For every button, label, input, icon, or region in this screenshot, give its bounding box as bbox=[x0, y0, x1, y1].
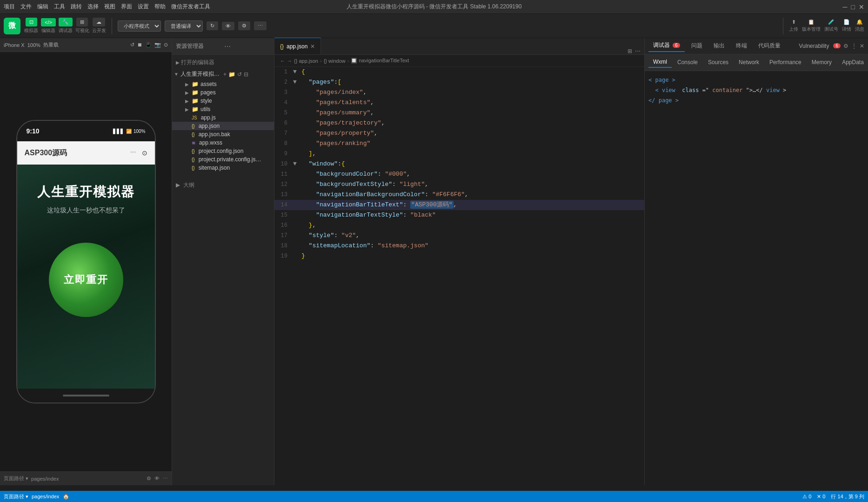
reload-icon[interactable]: ↺ bbox=[130, 42, 134, 48]
tree-item-assets[interactable]: ▶ 📁 assets bbox=[172, 80, 274, 88]
phone-nav-dots[interactable]: ••• ⊙ bbox=[130, 149, 147, 157]
editor-button[interactable]: </> bbox=[41, 18, 56, 26]
inner-tab-sources[interactable]: Sources bbox=[703, 57, 733, 67]
middle-panel: 资源管理器 ⋯ ▶ 打开的编辑器 ▼ 人生重开模拟… + 📁 ↺ ⊟ bbox=[172, 38, 645, 485]
screenshot-icon[interactable]: ⊙ bbox=[164, 42, 168, 48]
tree-item-appjs[interactable]: JS app.js bbox=[172, 113, 274, 122]
devtools-tab-debugger[interactable]: 调试器 6 bbox=[648, 40, 685, 52]
maximize-btn[interactable]: □ bbox=[851, 3, 855, 11]
devtools-tab-quality[interactable]: 代码质量 bbox=[754, 40, 785, 52]
detail-button[interactable]: 📄 详情 bbox=[842, 19, 851, 33]
add-folder-icon[interactable]: 📁 bbox=[228, 71, 235, 78]
more-icon[interactable]: ⊙ bbox=[142, 149, 147, 157]
code-line-13: 13 "navigationBarBackgroundColor": "#F6F… bbox=[274, 190, 644, 200]
close-devtools-icon[interactable]: ✕ bbox=[860, 43, 864, 49]
mode-select[interactable]: 小程序模式 bbox=[118, 20, 161, 32]
more-button[interactable]: ⋯ bbox=[254, 21, 267, 30]
eye-sim-icon[interactable]: 👁 bbox=[154, 476, 160, 481]
devtools-tab-issues[interactable]: 问题 bbox=[687, 40, 707, 52]
page-path-value: pages/index bbox=[31, 476, 59, 482]
devtools-button[interactable]: 🔧 bbox=[59, 18, 73, 26]
notification-button[interactable]: 🔔 消息 bbox=[855, 19, 864, 33]
menu-edit[interactable]: 编辑 bbox=[37, 3, 48, 11]
appjson-icon: {} bbox=[192, 124, 195, 129]
fold-arrow-10[interactable]: ▼ bbox=[293, 159, 300, 169]
phone-icon[interactable]: 📱 bbox=[145, 42, 152, 48]
versionmgr-button[interactable]: 📋 版本管理 bbox=[802, 19, 821, 33]
inner-tab-performance[interactable]: Performance bbox=[765, 57, 806, 67]
menu-select[interactable]: 选择 bbox=[87, 3, 99, 11]
more-sim-icon[interactable]: ⋯ bbox=[163, 476, 168, 481]
signal-icon: ▋▋▋ bbox=[113, 129, 124, 134]
fold-arrow-1[interactable]: ▼ bbox=[293, 67, 300, 77]
overview-button[interactable]: ⊞ bbox=[76, 18, 88, 26]
editor-more-icon[interactable]: ⋯ bbox=[635, 48, 641, 54]
settings-devtools-icon[interactable]: ⚙ bbox=[843, 43, 848, 49]
tree-item-utils[interactable]: ▶ 📁 utils bbox=[172, 105, 274, 113]
devtools-tab-output[interactable]: 输出 bbox=[709, 40, 729, 52]
menu-tools[interactable]: 工具 bbox=[54, 3, 65, 11]
tree-item-appjson[interactable]: {} app.json bbox=[172, 122, 274, 130]
inner-tab-memory[interactable]: Memory bbox=[807, 57, 836, 67]
outline-section[interactable]: ▶ 大纲 bbox=[172, 179, 274, 191]
menu-interface[interactable]: 界面 bbox=[121, 3, 132, 11]
inner-tab-wxml[interactable]: Wxml bbox=[648, 57, 672, 68]
compile-select[interactable]: 普通编译 bbox=[165, 20, 203, 32]
open-editors-section[interactable]: ▶ 打开的编辑器 bbox=[172, 57, 274, 68]
editor-tab-appjson[interactable]: {} app.json ✕ bbox=[274, 38, 321, 54]
settings-sim-icon[interactable]: ⚙ bbox=[147, 476, 151, 481]
inner-tab-console[interactable]: Console bbox=[673, 57, 702, 67]
tree-item-projectprivate[interactable]: {} project.private.config.js… bbox=[172, 155, 274, 164]
collapse-tree-icon[interactable]: ⊟ bbox=[244, 71, 248, 78]
scale-label: 100% bbox=[27, 42, 40, 48]
bc-back-icon[interactable]: ← bbox=[280, 58, 285, 64]
toolbar-devtools-group: 🔧 调试器 bbox=[59, 18, 73, 34]
window-controls[interactable]: ─ □ ✕ bbox=[843, 3, 864, 11]
menu-file[interactable]: 文件 bbox=[20, 3, 32, 11]
close-btn[interactable]: ✕ bbox=[859, 3, 864, 11]
menu-goto[interactable]: 跳转 bbox=[71, 3, 82, 11]
phone-home-indicator bbox=[17, 389, 155, 403]
menu-bar[interactable]: 项目 文件 编辑 工具 跳转 选择 视图 界面 设置 帮助 微信开发者工具 bbox=[4, 3, 210, 11]
simulator-button[interactable]: ⊡ bbox=[26, 18, 37, 26]
start-button-circle[interactable]: 立即重开 bbox=[49, 243, 123, 317]
tree-item-pages[interactable]: ▶ 📁 pages bbox=[172, 88, 274, 97]
tab-close-btn[interactable]: ✕ bbox=[310, 43, 315, 50]
menu-help[interactable]: 帮助 bbox=[154, 3, 166, 11]
settings-button[interactable]: ⚙ bbox=[238, 21, 250, 30]
inner-tab-appdata[interactable]: AppData bbox=[837, 57, 868, 67]
camera-icon[interactable]: 📷 bbox=[154, 42, 161, 48]
menu-wechat[interactable]: 微信开发者工具 bbox=[171, 3, 210, 11]
fold-arrow-2[interactable]: ▼ bbox=[293, 77, 300, 87]
refresh-button[interactable]: ↻ bbox=[207, 21, 218, 30]
tree-item-appwxss[interactable]: ≋ app.wxss bbox=[172, 139, 274, 147]
page-path-status-chevron[interactable]: ▾ bbox=[26, 494, 28, 500]
tree-item-sitemap[interactable]: {} sitemap.json bbox=[172, 164, 274, 172]
home-icon-status[interactable]: 🏠 bbox=[63, 494, 69, 500]
preview-eye-button[interactable]: 👁 bbox=[222, 22, 234, 30]
file-tree-more-icon[interactable]: ⋯ bbox=[224, 43, 271, 50]
hotreload-toggle[interactable]: 热重载 bbox=[43, 41, 59, 48]
refresh-tree-icon[interactable]: ↺ bbox=[237, 71, 242, 78]
menu-project[interactable]: 项目 bbox=[4, 3, 15, 11]
toolbar-editor-group: </> 编辑器 bbox=[41, 18, 56, 34]
bc-forward-icon[interactable]: → bbox=[287, 58, 292, 64]
menu-view[interactable]: 视图 bbox=[104, 3, 115, 11]
testbtn-button[interactable]: 🧪 测试号 bbox=[824, 19, 838, 33]
tree-item-appjsonbak[interactable]: {} app.json.bak bbox=[172, 130, 274, 139]
tree-item-style[interactable]: ▶ 📁 style bbox=[172, 97, 274, 105]
inner-tab-network[interactable]: Network bbox=[734, 57, 764, 67]
file-tree-title: 资源管理器 bbox=[176, 42, 222, 50]
minimize-btn[interactable]: ─ bbox=[843, 3, 848, 11]
project-root-section[interactable]: ▼ 人生重开模拟… + 📁 ↺ ⊟ bbox=[172, 68, 274, 80]
more-devtools-icon[interactable]: ⋮ bbox=[851, 43, 857, 49]
upload-button[interactable]: ⬆ 上传 bbox=[789, 19, 798, 33]
tree-item-projectconfig[interactable]: {} project.config.json bbox=[172, 147, 274, 155]
cloud-button[interactable]: ☁ bbox=[93, 18, 105, 26]
code-line-4: 4 "pages/talents", bbox=[274, 98, 644, 108]
menu-settings[interactable]: 设置 bbox=[138, 3, 149, 11]
devtools-tab-terminal[interactable]: 终端 bbox=[731, 40, 752, 52]
split-editor-icon[interactable]: ⊞ bbox=[628, 48, 632, 54]
stop-icon[interactable]: ⏹ bbox=[137, 42, 142, 48]
add-file-icon[interactable]: + bbox=[223, 71, 227, 78]
